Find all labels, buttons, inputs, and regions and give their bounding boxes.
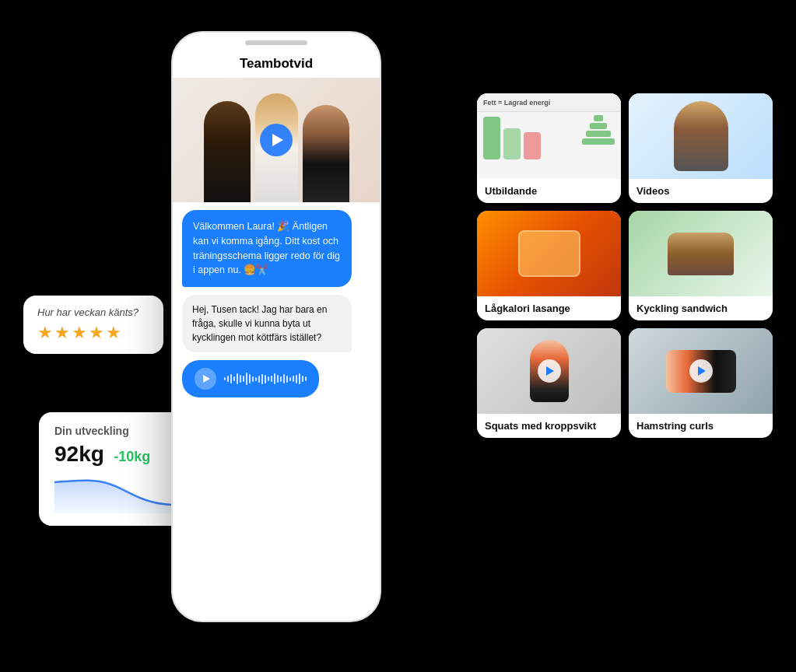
lasange-visual — [518, 230, 580, 277]
pyramid — [582, 115, 615, 145]
hero-image — [173, 78, 380, 202]
progress-weight: 92kg — [54, 442, 104, 466]
food-items — [483, 117, 541, 159]
squats-play-icon — [546, 366, 554, 376]
person-3 — [303, 105, 349, 202]
lasange-label: Lågkalori lasange — [477, 296, 621, 320]
videos-label: Videos — [629, 179, 773, 203]
pyramid-mid2 — [586, 131, 611, 137]
user-message-1: Hej, Tusen tack! Jag har bara en fråga, … — [182, 295, 352, 352]
hamstring-label: Hamstring curls — [629, 414, 773, 438]
hamstring-play-button[interactable] — [689, 359, 713, 383]
pyramid-bottom — [582, 138, 615, 145]
sandwich-visual — [668, 233, 734, 275]
card-educational[interactable]: Fett = Lagrad energi Utbildande — [477, 93, 621, 203]
rating-question: Hur har veckan känts? — [37, 306, 149, 318]
phone-notch — [245, 40, 307, 45]
sandwich-label: Kyckling sandwich — [629, 296, 773, 320]
progress-change: -10kg — [114, 449, 150, 464]
phone-frame: Teambotvid Välkommen Laura! 🎉 Äntligen k… — [171, 31, 381, 622]
sandwich-image — [629, 211, 773, 296]
main-scene: Teambotvid Välkommen Laura! 🎉 Äntligen k… — [0, 0, 796, 672]
hamstring-play-icon — [698, 366, 706, 376]
rating-card: Hur har veckan känts? ★★★★★ — [23, 296, 163, 354]
hamstring-image — [629, 328, 773, 414]
app-title: Teambotvid — [173, 48, 380, 78]
lasange-image — [477, 211, 621, 296]
squats-label: Squats med kroppsvikt — [477, 414, 621, 438]
food-item-3 — [524, 132, 541, 159]
content-cards-grid: Fett = Lagrad energi Utbildande — [477, 93, 773, 438]
food-item-2 — [503, 128, 521, 159]
educational-label: Utbildande — [477, 179, 621, 203]
waveform — [224, 371, 307, 387]
voice-message — [182, 360, 319, 397]
chat-area: Välkommen Laura! 🎉 Äntligen kan vi komma… — [173, 202, 380, 621]
card-sandwich[interactable]: Kyckling sandwich — [629, 211, 773, 320]
play-icon — [272, 134, 283, 146]
hero-play-button[interactable] — [260, 124, 293, 156]
pyramid-mid1 — [590, 123, 607, 129]
bot-message-1: Välkommen Laura! 🎉 Äntligen kan vi komma… — [182, 210, 352, 287]
edu-header: Fett = Lagrad energi — [477, 93, 621, 112]
video-person — [674, 101, 728, 171]
voice-play-button[interactable] — [195, 368, 216, 390]
squats-play-button[interactable] — [538, 359, 561, 383]
pyramid-top — [594, 115, 603, 121]
videos-image — [629, 93, 773, 179]
phone-content: Teambotvid Välkommen Laura! 🎉 Äntligen k… — [173, 33, 380, 621]
squats-image — [477, 328, 621, 414]
voice-play-icon — [203, 375, 210, 383]
person-1 — [204, 101, 251, 202]
educational-image: Fett = Lagrad energi — [477, 93, 621, 179]
card-hamstring[interactable]: Hamstring curls — [629, 328, 773, 438]
star-rating: ★★★★★ — [37, 323, 149, 343]
card-videos[interactable]: Videos — [629, 93, 773, 203]
card-lasange[interactable]: Lågkalori lasange — [477, 211, 621, 320]
card-squats[interactable]: Squats med kroppsvikt — [477, 328, 621, 438]
food-item-1 — [483, 117, 500, 159]
